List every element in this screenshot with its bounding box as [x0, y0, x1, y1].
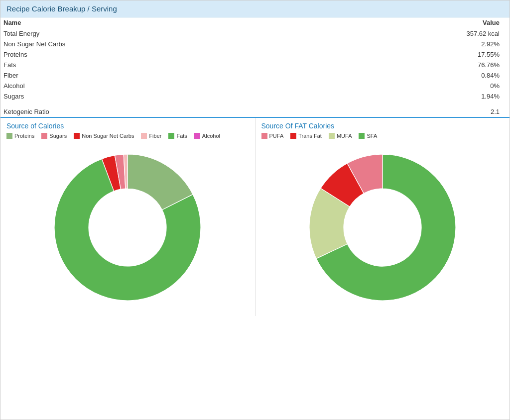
ketogenic-value: 2.1: [306, 106, 510, 117]
legend-dot-mufa: [329, 133, 335, 139]
legend-item-trans-fat: Trans Fat: [290, 133, 322, 139]
ketogenic-label: Ketogenic Ratio: [0, 106, 306, 117]
legend-dot-proteins: [6, 133, 12, 139]
calories-chart-title: Source of Calories: [6, 122, 249, 130]
fat-donut-container: [261, 143, 504, 312]
table-row: Proteins 17.55%: [0, 49, 510, 60]
table-row: Fats 76.76%: [0, 60, 510, 70]
legend-dot-sfa: [359, 133, 365, 139]
legend-dot-fiber: [141, 133, 147, 139]
legend-dot-pufa: [261, 133, 267, 139]
legend-item-fats: Fats: [168, 133, 187, 139]
table-row: Fiber 0.84%: [0, 70, 510, 81]
section-title: Recipe Calorie Breakup / Serving: [6, 4, 117, 13]
row-name-fiber: Fiber: [0, 70, 306, 81]
calories-donut-container: [6, 143, 249, 312]
legend-dot-non-sugar: [74, 133, 80, 139]
table-row: Total Energy 357.62 kcal: [0, 28, 510, 39]
nutrition-table: Name Value Total Energy 357.62 kcal Non …: [0, 17, 510, 117]
legend-dot-alcohol: [194, 133, 200, 139]
legend-label-fats: Fats: [176, 133, 187, 139]
row-value-sugars: 1.94%: [306, 91, 510, 102]
legend-item-alcohol: Alcohol: [194, 133, 220, 139]
charts-section: Source of Calories Proteins Sugars Non S…: [0, 118, 510, 316]
legend-dot-fats: [168, 133, 174, 139]
fat-chart-panel: Source Of FAT Calories PUFA Trans Fat MU…: [255, 118, 510, 316]
table-row: Sugars 1.94%: [0, 91, 510, 102]
ketogenic-row: Ketogenic Ratio 2.1: [0, 106, 510, 117]
table-row: Alcohol 0%: [0, 81, 510, 91]
legend-item-sfa: SFA: [359, 133, 377, 139]
col-name-header: Name: [0, 17, 306, 28]
legend-item-pufa: PUFA: [261, 133, 284, 139]
row-value-non-sugar: 2.92%: [306, 39, 510, 49]
legend-dot-sugars: [41, 133, 47, 139]
table-header-row: Name Value: [0, 17, 510, 28]
row-name-fats: Fats: [0, 60, 306, 70]
row-name-non-sugar: Non Sugar Net Carbs: [0, 39, 306, 49]
calories-legend: Proteins Sugars Non Sugar Net Carbs Fibe…: [6, 133, 249, 139]
legend-dot-trans-fat: [290, 133, 296, 139]
row-value-fiber: 0.84%: [306, 70, 510, 81]
legend-label-mufa: MUFA: [337, 133, 352, 139]
row-name-proteins: Proteins: [0, 49, 306, 60]
legend-label-non-sugar: Non Sugar Net Carbs: [82, 133, 134, 139]
legend-item-mufa: MUFA: [329, 133, 352, 139]
legend-label-sugars: Sugars: [49, 133, 67, 139]
legend-label-pufa: PUFA: [269, 133, 284, 139]
row-value-fats: 76.76%: [306, 60, 510, 70]
fat-chart-title: Source Of FAT Calories: [261, 122, 504, 130]
main-container: Recipe Calorie Breakup / Serving Name Va…: [0, 0, 510, 420]
row-value-proteins: 17.55%: [306, 49, 510, 60]
legend-item-non-sugar: Non Sugar Net Carbs: [74, 133, 134, 139]
legend-label-alcohol: Alcohol: [202, 133, 220, 139]
fat-legend: PUFA Trans Fat MUFA SFA: [261, 133, 504, 139]
legend-label-fiber: Fiber: [149, 133, 161, 139]
top-section: Recipe Calorie Breakup / Serving Name Va…: [0, 0, 510, 117]
legend-item-proteins: Proteins: [6, 133, 34, 139]
legend-item-fiber: Fiber: [141, 133, 161, 139]
col-value-header: Value: [306, 17, 510, 28]
legend-label-trans-fat: Trans Fat: [298, 133, 322, 139]
section-header: Recipe Calorie Breakup / Serving: [0, 0, 510, 17]
legend-label-proteins: Proteins: [14, 133, 34, 139]
calories-donut-svg: [53, 153, 202, 302]
calories-chart-panel: Source of Calories Proteins Sugars Non S…: [0, 118, 255, 316]
fat-donut-svg: [308, 153, 457, 302]
row-name-alcohol: Alcohol: [0, 81, 306, 91]
row-name-total-energy: Total Energy: [0, 28, 306, 39]
row-name-sugars: Sugars: [0, 91, 306, 102]
table-row: Non Sugar Net Carbs 2.92%: [0, 39, 510, 49]
row-value-alcohol: 0%: [306, 81, 510, 91]
row-value-total-energy: 357.62 kcal: [306, 28, 510, 39]
legend-label-sfa: SFA: [367, 133, 377, 139]
legend-item-sugars: Sugars: [41, 133, 67, 139]
spacer-row: [0, 102, 510, 106]
